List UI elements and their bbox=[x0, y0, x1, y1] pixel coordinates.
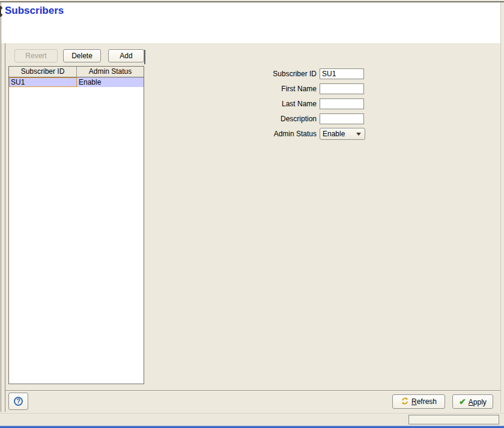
add-button-shadow bbox=[144, 50, 145, 64]
cell-subscriber-id[interactable]: SU1 bbox=[9, 77, 77, 87]
admin-status-label: Admin Status bbox=[226, 128, 317, 139]
admin-status-select[interactable]: Enable bbox=[320, 128, 365, 140]
table-row[interactable]: SU1 Enable bbox=[9, 77, 144, 87]
panel-right-border bbox=[500, 2, 501, 412]
window-left-border bbox=[1, 2, 1, 412]
apply-label-underline: A bbox=[469, 398, 473, 406]
help-button[interactable]: ? bbox=[8, 393, 28, 410]
delete-button[interactable]: Delete bbox=[63, 49, 101, 62]
last-name-label: Last Name bbox=[226, 98, 317, 109]
check-icon: ✔ bbox=[459, 397, 466, 406]
apply-label: pply bbox=[473, 398, 487, 406]
first-name-label: First Name bbox=[226, 83, 317, 94]
help-question-icon: ? bbox=[14, 397, 23, 406]
refresh-arrows-icon bbox=[401, 396, 409, 409]
chevron-down-icon bbox=[356, 133, 361, 136]
status-field bbox=[408, 415, 499, 424]
first-name-field[interactable] bbox=[320, 83, 364, 94]
apply-button[interactable]: ✔Apply bbox=[452, 394, 493, 409]
add-button[interactable]: Add bbox=[108, 49, 144, 62]
table-header-row: Subscriber ID Admin Status bbox=[9, 67, 144, 77]
column-header-subscriber-id[interactable]: Subscriber ID bbox=[9, 67, 77, 77]
subscribers-table: Subscriber ID Admin Status SU1 Enable bbox=[8, 66, 144, 384]
refresh-label: efresh bbox=[417, 397, 437, 406]
subscriber-id-field[interactable] bbox=[320, 68, 364, 79]
admin-status-selected-value: Enable bbox=[323, 130, 345, 138]
revert-button[interactable]: Revert bbox=[14, 49, 58, 62]
page-title: Subscribers bbox=[5, 5, 64, 17]
footer-divider-highlight bbox=[5, 391, 500, 391]
panel-left-border bbox=[5, 43, 5, 412]
last-name-field[interactable] bbox=[320, 98, 364, 109]
refresh-button[interactable]: Refresh bbox=[392, 394, 445, 409]
bottom-accent-line bbox=[0, 426, 504, 428]
description-field[interactable] bbox=[320, 113, 364, 124]
column-header-admin-status[interactable]: Admin Status bbox=[77, 67, 144, 77]
cell-admin-status[interactable]: Enable bbox=[77, 77, 144, 87]
description-label: Description bbox=[226, 113, 317, 124]
title-band bbox=[1, 2, 500, 43]
subscriber-id-label: Subscriber ID bbox=[226, 68, 317, 79]
refresh-label-underline: R bbox=[411, 397, 417, 406]
